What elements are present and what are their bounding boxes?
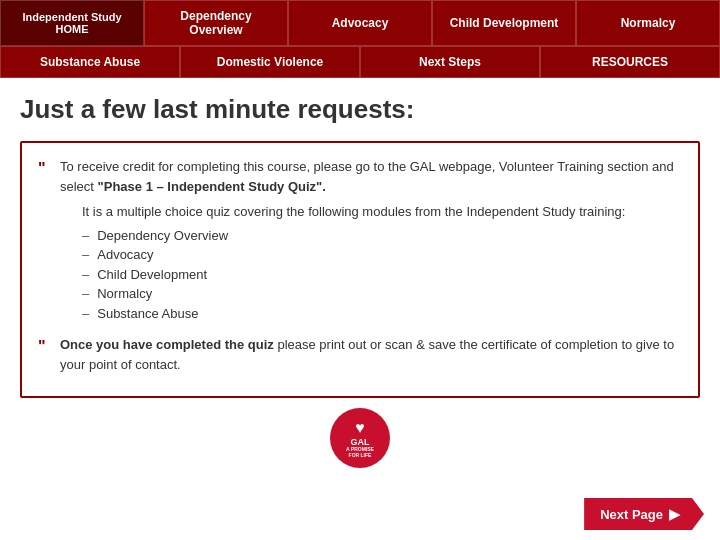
main-content: Just a few last minute requests: " To re… [0, 78, 720, 478]
bullet-2-bold: Once you have completed the quiz [60, 337, 274, 352]
dash-item: –Substance Abuse [82, 304, 682, 324]
nav-row-1: Independent Study HOME Dependency Overvi… [0, 0, 720, 46]
bullet-symbol-2: " [38, 335, 52, 359]
bullet-1-detail: It is a multiple choice quiz covering th… [82, 202, 682, 323]
logo-area: ♥ GAL A PROMISEFOR LIFE [20, 408, 700, 468]
bullet-1-bold: "Phase 1 – Independent Study Quiz". [98, 179, 326, 194]
dash-symbol: – [82, 226, 89, 246]
page-title: Just a few last minute requests: [20, 94, 700, 125]
dash-text: Dependency Overview [97, 226, 228, 246]
nav-resources[interactable]: RESOURCES [540, 46, 720, 78]
dash-item: –Advocacy [82, 245, 682, 265]
dash-text: Child Development [97, 265, 207, 285]
dash-list: –Dependency Overview–Advocacy–Child Deve… [82, 226, 682, 324]
nav-normalcy[interactable]: Normalcy [576, 0, 720, 46]
next-page-button[interactable]: Next Page ▶ [584, 498, 704, 530]
dash-symbol: – [82, 245, 89, 265]
bullet-1-text: To receive credit for completing this co… [60, 157, 682, 327]
bullet-2: " Once you have completed the quiz pleas… [38, 335, 682, 374]
arrow-right-icon: ▶ [669, 506, 680, 522]
dash-symbol: – [82, 304, 89, 324]
nav-dependency[interactable]: Dependency Overview [144, 0, 288, 46]
dash-symbol: – [82, 284, 89, 304]
nav-row-2: Substance Abuse Domestic Violence Next S… [0, 46, 720, 78]
nav-advocacy[interactable]: Advocacy [288, 0, 432, 46]
dash-text: Normalcy [97, 284, 152, 304]
heart-icon: ♥ [346, 418, 374, 437]
gal-logo: ♥ GAL A PROMISEFOR LIFE [330, 408, 390, 468]
next-page-label: Next Page [600, 507, 663, 522]
dash-item: –Dependency Overview [82, 226, 682, 246]
logo-subtext: A PROMISEFOR LIFE [346, 447, 374, 458]
dash-text: Advocacy [97, 245, 153, 265]
dash-item: –Normalcy [82, 284, 682, 304]
nav-home[interactable]: Independent Study HOME [0, 0, 144, 46]
bullet-2-text: Once you have completed the quiz please … [60, 335, 682, 374]
bullet-1: " To receive credit for completing this … [38, 157, 682, 327]
content-box: " To receive credit for completing this … [20, 141, 700, 398]
nav-substance[interactable]: Substance Abuse [0, 46, 180, 78]
dash-text: Substance Abuse [97, 304, 198, 324]
nav-domestic[interactable]: Domestic Violence [180, 46, 360, 78]
bullet-symbol-1: " [38, 157, 52, 181]
dash-item: –Child Development [82, 265, 682, 285]
nav-child-dev[interactable]: Child Development [432, 0, 576, 46]
quiz-description: It is a multiple choice quiz covering th… [82, 202, 682, 222]
dash-symbol: – [82, 265, 89, 285]
logo-inner: ♥ GAL A PROMISEFOR LIFE [346, 418, 374, 459]
nav-next-steps[interactable]: Next Steps [360, 46, 540, 78]
